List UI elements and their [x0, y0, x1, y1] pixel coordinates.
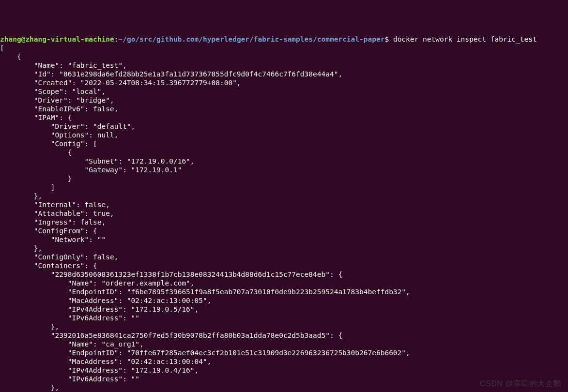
prompt-dollar: $ — [384, 35, 389, 43]
command-text[interactable]: docker network inspect fabric_test — [393, 35, 537, 43]
command-output: [ { "Name": "fabric_test", "Id": "8631e2… — [0, 44, 410, 392]
prompt-host: zhang-virtual-machine — [25, 35, 114, 43]
prompt-user: zhang — [0, 35, 21, 43]
prompt-path: ~/go/src/github.com/hyperledger/fabric-s… — [118, 35, 384, 43]
command-line[interactable] — [389, 35, 393, 43]
terminal[interactable]: zhang@zhang-virtual-machine:~/go/src/git… — [0, 35, 568, 392]
